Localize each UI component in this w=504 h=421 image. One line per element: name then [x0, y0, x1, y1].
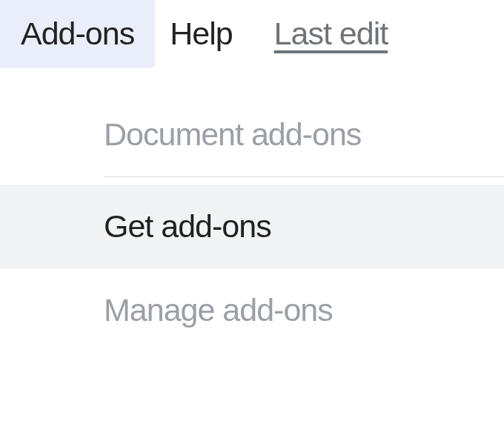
addons-dropdown: Document add-ons Get add-ons Manage add-… — [0, 93, 504, 352]
menu-last-edit[interactable]: Last edit — [253, 0, 388, 68]
dropdown-item-document-addons: Document add-ons — [0, 93, 504, 176]
menu-last-edit-label: Last edit — [274, 16, 388, 51]
menu-help-label: Help — [170, 16, 232, 51]
dropdown-item-get-addons[interactable]: Get add-ons — [0, 185, 504, 268]
menu-addons-label: Add-ons — [21, 16, 134, 51]
manage-addons-label: Manage add-ons — [104, 292, 333, 328]
document-addons-label: Document add-ons — [104, 116, 361, 152]
dropdown-spacer — [0, 177, 504, 185]
menu-help[interactable]: Help — [155, 0, 253, 68]
get-addons-label: Get add-ons — [104, 208, 271, 244]
dropdown-item-manage-addons[interactable]: Manage add-ons — [0, 268, 504, 352]
menu-addons[interactable]: Add-ons — [0, 0, 155, 68]
menubar: Add-ons Help Last edit — [0, 0, 504, 67]
